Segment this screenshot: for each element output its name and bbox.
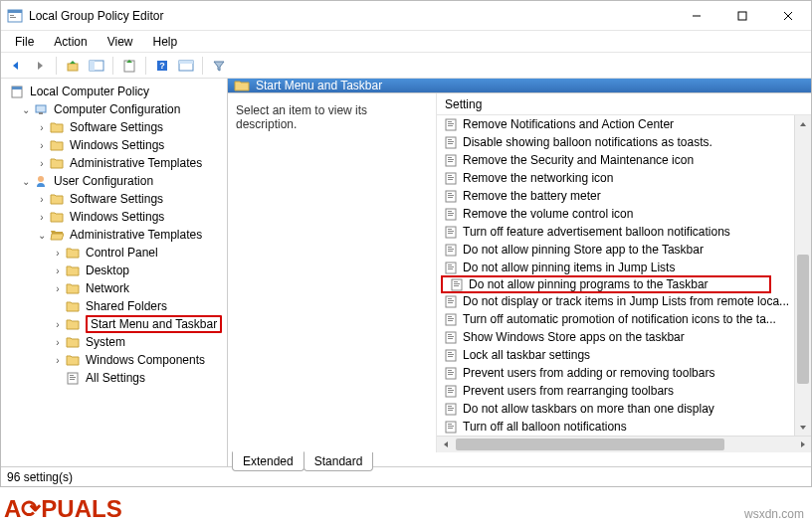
tree-cc[interactable]: ⌄ Computer Configuration xyxy=(5,100,227,118)
setting-row[interactable]: Prevent users from adding or removing to… xyxy=(437,364,811,382)
tree-shared-folders[interactable]: Shared Folders xyxy=(5,297,227,315)
setting-row[interactable]: Remove the volume control icon xyxy=(437,205,811,223)
setting-row[interactable]: Do not allow pinning Store app to the Ta… xyxy=(437,241,811,259)
vertical-scrollbar[interactable] xyxy=(794,115,811,436)
tree-all-settings[interactable]: All Settings xyxy=(5,369,227,387)
bottom-tabs: Extended Standard xyxy=(228,452,811,471)
scroll-thumb[interactable] xyxy=(456,439,724,450)
tree-uc[interactable]: ⌄ User Configuration xyxy=(5,172,227,190)
tree-uc-ws[interactable]: ›Windows Settings xyxy=(5,208,227,226)
menu-view[interactable]: View xyxy=(100,33,141,51)
tab-standard[interactable]: Standard xyxy=(304,452,374,471)
svg-rect-76 xyxy=(448,338,453,339)
chevron-right-icon[interactable]: › xyxy=(37,158,47,169)
chevron-down-icon[interactable]: ⌄ xyxy=(37,230,47,241)
setting-row[interactable]: Turn off automatic promotion of notifica… xyxy=(437,310,811,328)
close-button[interactable] xyxy=(765,1,811,30)
tree-windows-components[interactable]: ›Windows Components xyxy=(5,351,227,369)
chevron-right-icon[interactable]: › xyxy=(53,319,63,330)
setting-row[interactable]: Remove the networking icon xyxy=(437,169,811,187)
tab-extended[interactable]: Extended xyxy=(232,451,304,471)
setting-item-icon xyxy=(443,153,459,167)
svg-rect-24 xyxy=(70,379,75,380)
minimize-button[interactable] xyxy=(674,1,719,30)
menu-help[interactable]: Help xyxy=(145,33,186,51)
svg-rect-26 xyxy=(448,121,452,122)
menu-action[interactable]: Action xyxy=(46,33,95,51)
setting-row[interactable]: Do not display or track items in Jump Li… xyxy=(437,292,811,310)
svg-rect-58 xyxy=(448,264,452,265)
tree-system[interactable]: ›System xyxy=(5,333,227,351)
column-header-setting[interactable]: Setting xyxy=(437,93,811,115)
chevron-right-icon[interactable]: › xyxy=(37,140,47,151)
tree-uc-at[interactable]: ⌄Administrative Templates xyxy=(5,226,227,244)
user-icon xyxy=(33,174,49,188)
settings-list: Remove Notifications and Action CenterDi… xyxy=(437,115,811,436)
chevron-right-icon[interactable]: › xyxy=(37,122,47,133)
show-hide-tree-button[interactable] xyxy=(86,55,107,77)
folder-icon xyxy=(65,264,81,277)
tree-uc-ss[interactable]: ›Software Settings xyxy=(5,190,227,208)
chevron-right-icon[interactable]: › xyxy=(53,283,63,294)
scroll-up-button[interactable] xyxy=(795,115,811,132)
help-button[interactable]: ? xyxy=(151,55,173,77)
svg-rect-75 xyxy=(448,336,454,337)
chevron-right-icon[interactable]: › xyxy=(37,212,47,223)
setting-row[interactable]: Remove Notifications and Action Center xyxy=(437,115,811,133)
maximize-button[interactable] xyxy=(719,1,765,30)
svg-rect-82 xyxy=(448,370,452,371)
svg-rect-87 xyxy=(448,390,454,391)
menu-file[interactable]: File xyxy=(7,33,42,51)
setting-item-icon xyxy=(443,294,459,308)
scroll-thumb[interactable] xyxy=(797,255,809,384)
description-pane: Select an item to view its description. xyxy=(228,93,437,452)
chevron-right-icon[interactable]: › xyxy=(53,265,63,276)
setting-row[interactable]: Lock all taskbar settings xyxy=(437,346,811,364)
svg-rect-52 xyxy=(448,233,453,234)
chevron-right-icon[interactable]: › xyxy=(53,248,63,259)
scroll-left-button[interactable] xyxy=(437,437,454,452)
setting-row[interactable]: Remove the Security and Maintenance icon xyxy=(437,151,811,169)
chevron-right-icon[interactable]: › xyxy=(53,337,63,348)
setting-row[interactable]: Disable showing balloon notifications as… xyxy=(437,133,811,151)
tree-root[interactable]: Local Computer Policy xyxy=(5,83,227,100)
setting-row[interactable]: Prevent users from rearranging toolbars xyxy=(437,382,811,400)
up-button[interactable] xyxy=(62,55,84,77)
setting-row[interactable]: Do not allow pinning items in Jump Lists xyxy=(437,259,811,276)
scroll-down-button[interactable] xyxy=(795,419,811,436)
tree-cc-ss[interactable]: ›Software Settings xyxy=(5,118,227,136)
setting-row[interactable]: Do not allow taskbars on more than one d… xyxy=(437,400,811,418)
chevron-right-icon[interactable]: › xyxy=(53,355,63,366)
tree-cc-at[interactable]: ›Administrative Templates xyxy=(5,154,227,172)
setting-label: Turn off all balloon notifications xyxy=(463,420,627,434)
setting-row[interactable]: Turn off feature advertisement balloon n… xyxy=(437,223,811,241)
tree-cc-ws[interactable]: ›Windows Settings xyxy=(5,136,227,154)
properties-button[interactable] xyxy=(118,55,140,77)
chevron-down-icon[interactable]: ⌄ xyxy=(21,176,31,187)
horizontal-scrollbar[interactable] xyxy=(437,436,811,452)
options-button[interactable] xyxy=(175,55,197,77)
setting-row[interactable]: Turn off all balloon notifications xyxy=(437,418,811,436)
svg-rect-25 xyxy=(446,119,456,130)
setting-row[interactable]: Show Windows Store apps on the taskbar xyxy=(437,328,811,346)
svg-rect-18 xyxy=(36,105,46,112)
setting-row[interactable]: Remove the battery meter xyxy=(437,187,811,205)
scroll-right-button[interactable] xyxy=(794,437,811,452)
svg-rect-80 xyxy=(448,356,453,357)
forward-button[interactable] xyxy=(29,55,51,77)
setting-row[interactable]: Do not allow pinning programs to the Tas… xyxy=(441,275,771,293)
chevron-down-icon[interactable]: ⌄ xyxy=(21,104,31,115)
chevron-right-icon[interactable]: › xyxy=(37,194,47,205)
back-button[interactable] xyxy=(5,55,27,77)
folder-icon xyxy=(49,210,65,224)
svg-rect-63 xyxy=(454,283,460,284)
tree-desktop[interactable]: ›Desktop xyxy=(5,262,227,279)
folder-icon xyxy=(49,192,65,206)
folder-icon xyxy=(65,353,81,367)
tree-control-panel[interactable]: ›Control Panel xyxy=(5,244,227,262)
filter-button[interactable] xyxy=(208,55,230,77)
svg-rect-66 xyxy=(448,298,452,299)
tree-network[interactable]: ›Network xyxy=(5,279,227,297)
svg-rect-86 xyxy=(448,388,452,389)
tree-start-menu-taskbar[interactable]: ›Start Menu and Taskbar xyxy=(5,315,227,333)
